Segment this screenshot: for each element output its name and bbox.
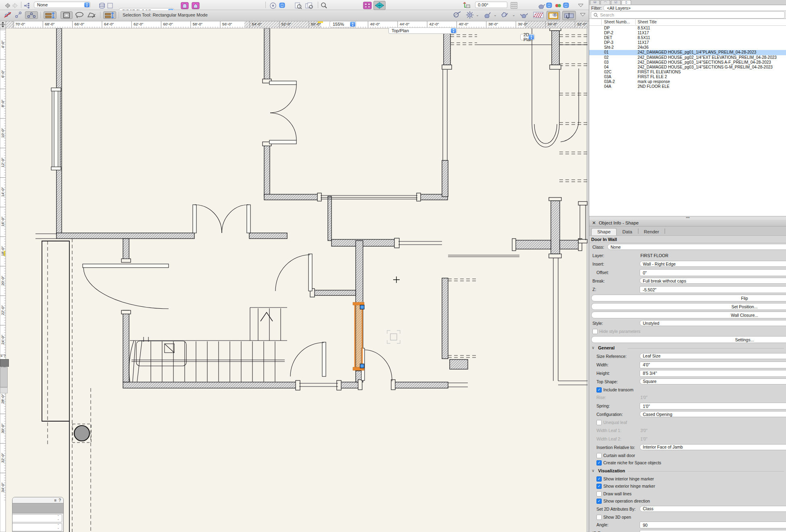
active-plane-swatch-icon[interactable] (546, 11, 560, 20)
checkbox-show-3d-open[interactable] (596, 515, 602, 520)
attribute-eyedropper-icon[interactable] (452, 11, 462, 18)
sheet-row[interactable]: 03242_DAMAGED HOUSE_pg03_1/4"SECTIONS A-… (589, 60, 786, 65)
input-width[interactable]: 4'0" (640, 362, 786, 368)
lighting-options-icon[interactable] (554, 2, 562, 9)
input-id-tag[interactable] (640, 530, 786, 532)
button-wall-closure[interactable]: Wall Closure... (591, 312, 786, 318)
render-style-dropdown-icon[interactable] (546, 2, 552, 9)
sheet-row[interactable]: DP8.5X11 (589, 26, 786, 31)
filter-dropdown[interactable]: <All Layers> (603, 5, 786, 11)
sheet-row[interactable]: 02242_DAMAGED HOUSE_pg02_1/4"EXT ELEVATI… (589, 55, 786, 60)
checkbox-include-transom[interactable]: ✓ (596, 387, 602, 393)
snap-grid-icon[interactable] (15, 11, 23, 18)
dropdown-configuration[interactable]: Cased Opening (640, 411, 786, 417)
sheet-row[interactable]: 04A2ND FLOOR ELE (589, 84, 786, 89)
sheet-row[interactable]: DP-211X17 (589, 31, 786, 35)
visibility-icon[interactable] (269, 2, 277, 9)
dropdown-break[interactable]: Full break without caps (640, 278, 786, 284)
checkbox-show-operation-direction[interactable]: ✓ (596, 499, 602, 504)
rotation-angle-input[interactable]: 0.00° (475, 2, 507, 8)
drawing-area[interactable] (6, 28, 587, 532)
tab-design-layers-icon[interactable]: ⛁ (590, 0, 600, 4)
zoom-level-dropdown[interactable]: 155%▲▼ (329, 21, 356, 27)
checkbox-draw-wall-lines[interactable] (596, 491, 602, 497)
render-teapot-icon[interactable] (519, 11, 529, 18)
marquee-polygon-icon[interactable] (87, 11, 96, 18)
sheet-row[interactable]: 02CFIRST FL ELEVATIONS (589, 70, 786, 75)
input-spring[interactable]: 1'0" (640, 403, 786, 409)
input-offset[interactable]: 0" (640, 269, 786, 276)
interactive-scaling-icon[interactable] (103, 11, 116, 19)
saved-views-icon[interactable] (23, 2, 31, 9)
chevron-down-icon[interactable]: ∨ (592, 468, 594, 473)
render-mode-dropdown[interactable]: 2D Plan▲▼ (520, 34, 535, 40)
sheet-row[interactable]: 04242_DAMAGED HOUSE_pg03_1/4"SECTIONS G-… (589, 65, 786, 70)
zoom-page-icon[interactable] (294, 2, 302, 9)
docked-palette-stub-light[interactable] (0, 367, 8, 387)
paint-style-icon[interactable] (482, 11, 492, 18)
section-visualization[interactable]: ∨Visualization (589, 467, 786, 475)
paint-dropdown-chevron-icon[interactable]: ⌄ (494, 11, 497, 18)
gear-dropdown-chevron-icon[interactable]: ⌄ (476, 11, 479, 18)
lighting-dropdown-icon[interactable] (563, 2, 569, 9)
tab-saved-views-icon[interactable]: ☑ (611, 0, 621, 4)
sheet-row[interactable]: 03A-2mark up response (589, 79, 786, 84)
selected-door[interactable] (353, 302, 364, 370)
checkbox-unequal-leaf[interactable] (596, 420, 602, 425)
working-plane-icon[interactable] (463, 2, 472, 9)
layer-options-icon-2[interactable] (192, 2, 200, 9)
fit-objects-icon[interactable] (305, 2, 314, 9)
button-set-position[interactable]: Set Position... (591, 303, 786, 310)
checkbox-curtain-wall-door[interactable] (596, 453, 602, 458)
mini-palette-field-2[interactable]: ⌃⌄ (12, 523, 62, 531)
layer-page-icon[interactable] (107, 2, 113, 9)
marquee-lasso-icon[interactable] (75, 11, 84, 18)
checkbox-create-niche-for-space-objects[interactable]: ✓ (596, 460, 602, 466)
snap-object-icon[interactable] (25, 11, 38, 19)
input-angle[interactable]: 90 (640, 522, 786, 528)
grid-icon[interactable] (511, 2, 518, 9)
sheet-row[interactable]: DET8.5X11 (589, 35, 786, 40)
floor-plan-canvas[interactable]: 70'-0"68'-0"66'-0"64'-0"62'-0"60'-0"58'-… (0, 0, 590, 532)
dropdown-insertion-relative-to[interactable]: Interior Face of Jamb (640, 444, 786, 450)
render-style-icon[interactable] (537, 2, 545, 9)
wall-mode-icon[interactable] (44, 11, 56, 19)
layer-options-icon[interactable] (181, 2, 189, 9)
hatch-swatch-icon[interactable] (533, 11, 544, 18)
selection-handle-bottom[interactable] (360, 364, 364, 368)
search-input[interactable]: Search (591, 11, 785, 19)
button-settings[interactable]: Settings... (591, 336, 786, 343)
checkbox-hide-style-parameters[interactable] (592, 329, 598, 334)
section-general[interactable]: ∨General (589, 344, 786, 352)
docked-palette-stub-light-2[interactable] (0, 387, 8, 393)
dropdown-style[interactable]: Unstyled (640, 320, 786, 326)
wall-insertion-mode-icon[interactable] (562, 11, 576, 20)
checkbox-show-interior-hinge-marker[interactable]: ✓ (596, 476, 602, 482)
active-plan-view-icon[interactable] (373, 1, 386, 10)
docked-palette-stub[interactable]: ≡ ? (0, 354, 6, 358)
visibility-dropdown-icon[interactable] (279, 2, 285, 9)
sheet-row[interactable]: Sht-224x36 (589, 45, 786, 50)
back-button[interactable] (3, 2, 10, 9)
sheet-row[interactable]: 03AFIRST FL ELE 2 (589, 75, 786, 79)
sheet-row[interactable]: 01242_DAMAGED HOUSE_pg01_1/4"PLANS_PRELI… (589, 50, 786, 55)
sheet-row[interactable]: DP-311X17 (589, 40, 786, 45)
chevron-down-icon[interactable]: ∨ (592, 345, 594, 350)
tab-sheet-layers-icon[interactable]: ▯ (621, 0, 631, 4)
sheet-list-header[interactable]: Sheet Numb... Sheet Title (589, 19, 786, 26)
dropdown-size-reference[interactable]: Leaf Size (640, 353, 786, 359)
stepper-icon[interactable]: ⌃⌄ (56, 524, 60, 530)
tab-shape[interactable]: Shape (591, 228, 617, 235)
modebar-overflow-chevron-icon[interactable] (580, 11, 586, 18)
texture-style-icon[interactable] (500, 11, 510, 18)
help-icon[interactable]: ? (58, 498, 61, 503)
docked-palette-stub-dark[interactable] (0, 359, 9, 367)
dropdown-top-shape[interactable]: Square (640, 378, 786, 384)
menu-icon[interactable]: ≡ (54, 498, 57, 503)
texture-dropdown-chevron-icon[interactable]: ⌄ (512, 11, 515, 18)
mini-palette[interactable]: ≡ ? ⌃⌄ ⌃⌄ (12, 497, 64, 532)
active-class-dropdown[interactable]: None▲▼ (34, 2, 90, 8)
dropdown-insert[interactable]: Wall - Right Edge (640, 261, 786, 267)
dropdown-class[interactable]: None (607, 244, 786, 250)
zoom-icon[interactable] (321, 2, 328, 9)
